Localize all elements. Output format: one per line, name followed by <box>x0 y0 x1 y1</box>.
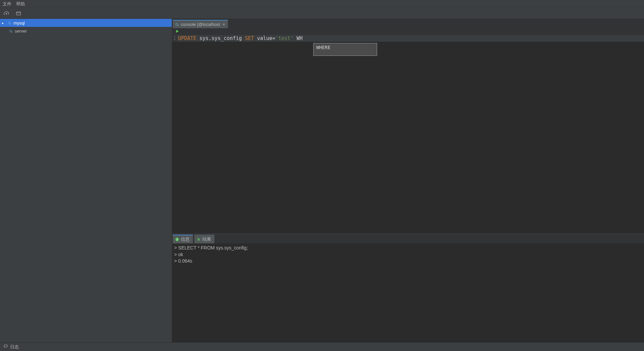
svg-rect-5 <box>177 238 177 239</box>
code-line[interactable]: UPDATE sys.sys_config SET value='test' W… <box>177 35 303 41</box>
run-button[interactable] <box>175 29 179 34</box>
tree-item-server[interactable]: server <box>0 27 172 35</box>
result-tabbar: 信息 结果 <box>172 235 644 243</box>
chat-icon[interactable] <box>3 344 8 350</box>
main-toolbar <box>0 8 644 19</box>
status-log-button[interactable]: 日志 <box>10 344 19 350</box>
tree-item-label: mysql <box>13 21 25 26</box>
menu-file[interactable]: 文件 <box>3 1 11 7</box>
caret-right-icon: ▸ <box>2 21 6 25</box>
console-window-icon[interactable] <box>15 10 22 16</box>
close-icon[interactable]: × <box>223 22 225 27</box>
menu-help[interactable]: 帮助 <box>16 1 25 7</box>
editor-tabbar: console [@localhost × <box>172 19 644 28</box>
editor-toolbar <box>172 28 644 35</box>
tab-label: 结果 <box>202 236 211 242</box>
svg-marker-2 <box>176 30 179 33</box>
output-line: > SELECT * FROM sys.sys_config; <box>174 245 642 251</box>
svg-rect-4 <box>177 239 177 240</box>
sql-editor[interactable]: 1 UPDATE sys.sys_config SET value='test'… <box>172 35 644 233</box>
tab-console[interactable]: console [@localhost × <box>173 20 228 28</box>
tab-label: 信息 <box>181 236 190 242</box>
database-icon <box>175 22 179 27</box>
tab-label: console [@localhost <box>181 22 220 27</box>
svg-rect-0 <box>16 12 21 15</box>
database-icon <box>9 28 13 34</box>
tab-result[interactable]: 结果 <box>194 235 214 243</box>
output-line: > 0.064s <box>174 258 642 265</box>
statusbar: 日志 <box>0 342 644 351</box>
tab-info[interactable]: 信息 <box>173 235 193 243</box>
tree-item-mysql[interactable]: ▸ mysql <box>0 19 172 27</box>
autocomplete-popup[interactable]: WHERE <box>313 43 377 56</box>
output-line: > ok <box>174 251 642 258</box>
tree-item-label: server <box>15 29 27 34</box>
autocomplete-item[interactable]: WHERE <box>314 44 377 51</box>
error-icon <box>196 237 201 242</box>
cloud-upload-icon[interactable] <box>3 10 9 16</box>
menubar: 文件 帮助 <box>0 0 644 8</box>
info-icon <box>175 237 179 242</box>
line-number: 1 <box>172 35 177 41</box>
results-output: > SELECT * FROM sys.sys_config; > ok > 0… <box>172 243 644 266</box>
results-panel: 信息 结果 > SELECT * FROM sys.sys_config; > … <box>172 235 644 342</box>
database-icon <box>7 20 12 26</box>
database-tree-panel: ▸ mysql server <box>0 19 172 342</box>
